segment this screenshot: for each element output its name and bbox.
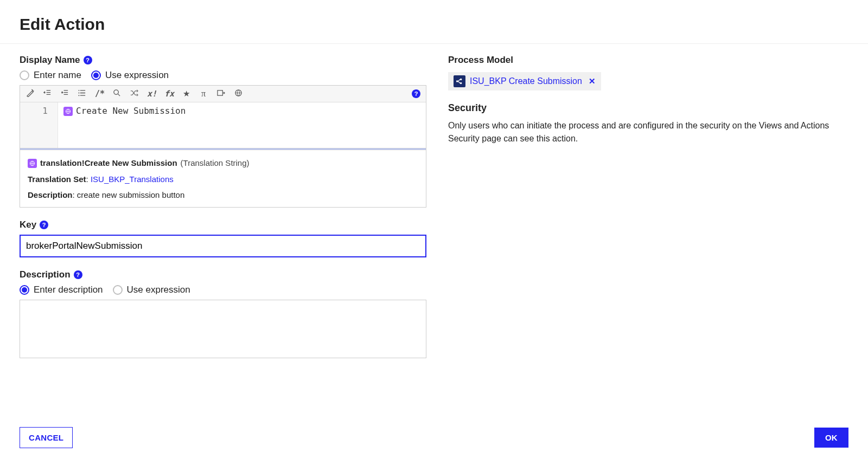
key-label: Key	[20, 219, 36, 230]
help-icon[interactable]: ?	[74, 270, 82, 279]
dialog-footer: CANCEL OK	[0, 427, 868, 448]
radio-use-expression[interactable]: Use expression	[91, 70, 169, 81]
radio-icon	[20, 70, 29, 80]
help-icon[interactable]: ?	[40, 221, 48, 229]
expression-editor[interactable]: /* x! fx ★ π	[20, 85, 426, 150]
process-model-icon	[454, 75, 465, 87]
export-icon[interactable]	[216, 89, 225, 99]
description-label: Description	[20, 269, 71, 280]
pi-icon[interactable]: π	[199, 89, 208, 99]
expression-info-panel: translation!Create New Submission (Trans…	[20, 150, 426, 208]
svg-point-4	[78, 95, 79, 96]
editor-gutter: 1	[20, 102, 58, 148]
display-name-label: Display Name	[20, 55, 80, 66]
svg-point-10	[456, 80, 458, 82]
fx-icon[interactable]: fx	[164, 89, 173, 99]
indent-icon[interactable]	[60, 89, 69, 99]
key-input[interactable]	[20, 235, 426, 257]
shuffle-icon[interactable]	[130, 89, 138, 99]
wand-icon[interactable]	[25, 89, 34, 99]
x-exclaim-icon[interactable]: x!	[147, 89, 156, 99]
page-title: Edit Action	[20, 15, 848, 34]
radio-label: Enter description	[34, 285, 103, 295]
svg-point-2	[78, 90, 79, 91]
info-description-value: create new submission button	[77, 190, 184, 199]
radio-icon	[20, 285, 29, 295]
process-model-label: Process Model	[448, 55, 513, 66]
help-icon[interactable]: ?	[84, 56, 92, 64]
svg-point-1	[33, 90, 34, 91]
security-label: Security	[448, 102, 848, 114]
process-model-chip: ISU_BKP Create Submission ✕	[448, 72, 601, 90]
search-icon[interactable]	[112, 89, 121, 99]
comment-icon[interactable]: /*	[95, 89, 104, 99]
editor-toolbar: /* x! fx ★ π	[20, 86, 426, 102]
radio-label: Use expression	[105, 70, 169, 81]
list-icon[interactable]	[78, 89, 86, 99]
close-icon[interactable]: ✕	[586, 76, 596, 86]
display-name-mode-radio-group: Enter name Use expression	[20, 70, 426, 81]
dialog-header: Edit Action	[0, 0, 868, 44]
svg-point-11	[460, 79, 462, 81]
translation-chip-icon	[28, 159, 37, 168]
editor-separator	[20, 148, 426, 150]
radio-icon	[91, 70, 101, 80]
radio-enter-name[interactable]: Enter name	[20, 70, 81, 81]
radio-icon	[113, 285, 123, 295]
globe-icon[interactable]	[234, 89, 242, 99]
info-description-label: Description	[28, 190, 73, 199]
cancel-button[interactable]: CANCEL	[20, 427, 73, 448]
svg-point-3	[78, 93, 79, 94]
editor-code-line[interactable]: Create New Submission	[58, 102, 426, 148]
radio-use-expression-desc[interactable]: Use expression	[113, 285, 190, 295]
radio-label: Enter name	[34, 70, 81, 81]
description-textarea[interactable]	[20, 300, 426, 358]
translation-chip-icon	[63, 107, 73, 116]
info-expression-name: translation!Create New Submission	[40, 158, 177, 167]
svg-point-12	[460, 82, 462, 85]
svg-rect-6	[217, 90, 222, 95]
info-expression-type: (Translation String)	[181, 158, 250, 167]
svg-point-0	[32, 89, 33, 90]
star-icon[interactable]: ★	[182, 89, 190, 99]
translation-set-label: Translation Set	[28, 174, 86, 184]
process-model-name[interactable]: ISU_BKP Create Submission	[470, 76, 582, 86]
translation-set-link[interactable]: ISU_BKP_Translations	[91, 174, 174, 184]
radio-label: Use expression	[127, 285, 190, 295]
security-description: Only users who can initiate the process …	[448, 119, 839, 145]
expression-text: Create New Submission	[76, 106, 186, 116]
description-mode-radio-group: Enter description Use expression	[20, 285, 426, 295]
outdent-icon[interactable]	[43, 89, 52, 99]
help-icon[interactable]: ?	[412, 89, 420, 98]
radio-enter-description[interactable]: Enter description	[20, 285, 103, 295]
svg-point-5	[113, 90, 118, 94]
ok-button[interactable]: OK	[814, 428, 848, 448]
